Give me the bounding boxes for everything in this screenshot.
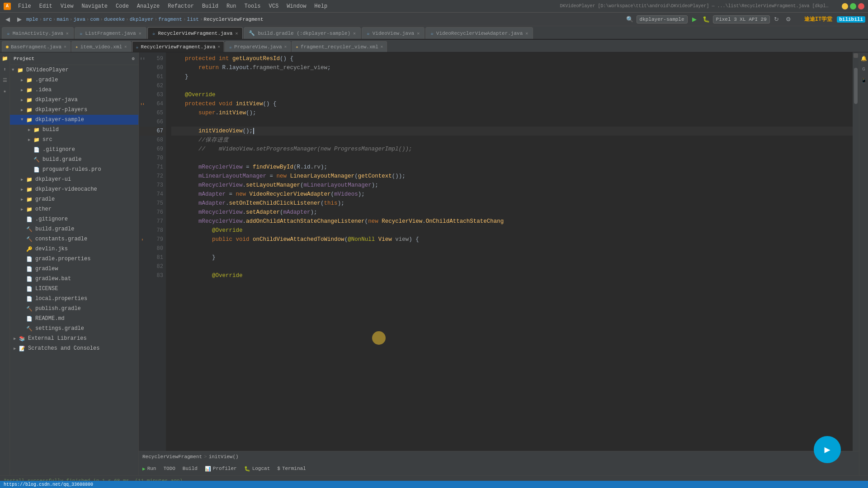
breadcrumb-fragment[interactable]: fragment — [158, 17, 182, 22]
tree-item-readme[interactable]: 📄 README.md — [10, 314, 138, 324]
profiler-button[interactable]: 📊 Profiler — [205, 466, 237, 472]
breadcrumb-main[interactable]: main — [57, 17, 68, 22]
minimize-button[interactable] — [842, 3, 848, 9]
menu-navigate[interactable]: Navigate — [78, 2, 111, 10]
filetab-recyclerviewfragment[interactable]: ☕ RecyclerViewFragment.java ✕ — [132, 41, 224, 52]
notifications-icon[interactable]: 🔔 — [860, 54, 868, 62]
code-editor[interactable]: protected int getLayoutResId() { return … — [166, 52, 853, 451]
tree-item-dkplayer-sample[interactable]: ▼ 📁 dkplayer-sample — [10, 115, 138, 125]
menu-build[interactable]: Build — [198, 2, 222, 10]
tree-item-gradle-properties[interactable]: 📄 gradle.properties — [10, 254, 138, 264]
tree-item-dkplayer-java[interactable]: ▶ 📁 dkplayer-java — [10, 95, 138, 105]
menu-window[interactable]: Window — [283, 2, 310, 10]
menu-help[interactable]: Help — [311, 2, 331, 10]
tree-item-src[interactable]: ▶ 📁 src — [10, 135, 138, 145]
tree-item-buildgradle-sample[interactable]: 🔨 build.gradle — [10, 155, 138, 164]
filetab-prepareview[interactable]: ☕ PrepareView.java ✕ — [225, 41, 291, 52]
tab-mainactivity[interactable]: ☕ MainActivity.java ✕ — [2, 27, 74, 39]
breadcrumb-dueeeke[interactable]: dueeeke — [104, 17, 125, 22]
tab-close-listfragment[interactable]: ✕ — [139, 31, 142, 36]
menu-file[interactable]: File — [14, 2, 35, 10]
tree-item-constants[interactable]: 🔨 constants.gradle — [10, 234, 138, 244]
todo-button[interactable]: TODO — [163, 466, 175, 471]
tree-item-gitignore-root[interactable]: 📄 .gitignore — [10, 214, 138, 224]
maximize-button[interactable] — [850, 3, 856, 9]
menu-code[interactable]: Code — [112, 2, 132, 10]
build-config-selector[interactable]: dkplayer-sample — [637, 15, 688, 23]
tree-item-gitignore-sample[interactable]: 📄 .gitignore — [10, 145, 138, 155]
menu-refactor[interactable]: Refactor — [164, 2, 198, 10]
tree-item-external-libraries[interactable]: ▶ 📚 External Libraries — [10, 333, 138, 343]
tree-item-gradlew[interactable]: 📄 gradlew — [10, 264, 138, 274]
tree-item-publish-gradle[interactable]: 🔨 publish.gradle — [10, 304, 138, 314]
tab-close-mainactivity[interactable]: ✕ — [66, 31, 69, 36]
tree-item-other[interactable]: ▶ 📁 other — [10, 204, 138, 214]
editor-scrollbar[interactable] — [853, 52, 859, 451]
breadcrumb-mple[interactable]: mple — [26, 17, 38, 22]
commit-icon[interactable]: ⬆ — [1, 65, 9, 73]
tab-listfragment[interactable]: ☕ ListFragment.java ✕ — [75, 27, 146, 39]
filetab-close-prepareview[interactable]: ✕ — [284, 44, 287, 49]
filetab-close-itemvideo[interactable]: ✕ — [124, 44, 127, 49]
debug-button[interactable]: 🐛 — [701, 14, 711, 24]
device-selector[interactable]: Pixel 3 XL API 29 — [713, 15, 770, 23]
sync-button[interactable]: ↻ — [772, 14, 782, 24]
filetab-fragmentxml[interactable]: ✦ fragment_recycler_view.xml ✕ — [292, 41, 387, 52]
filetab-basefragment[interactable]: BaseFragment.java ✕ — [2, 41, 71, 52]
terminal-button[interactable]: $ Terminal — [277, 466, 306, 471]
tree-item-dkplayer-ui[interactable]: ▶ 📁 dkplayer-ui — [10, 174, 138, 184]
settings-button[interactable]: ⚙ — [783, 14, 793, 24]
search-everywhere-button[interactable]: 🔍 — [625, 14, 635, 24]
filetab-close-basefragment[interactable]: ✕ — [64, 44, 66, 49]
menu-tools[interactable]: Tools — [241, 2, 264, 10]
run-button[interactable]: ▶ Run — [142, 466, 156, 472]
tree-item-local-properties[interactable]: 📄 local.properties — [10, 294, 138, 304]
scrollbar-thumb[interactable] — [854, 68, 858, 104]
filetab-itemvideo[interactable]: ✦ item_video.xml ✕ — [71, 41, 131, 52]
favorites-icon[interactable]: ★ — [1, 87, 9, 95]
tree-item-license[interactable]: 📄 LICENSE — [10, 284, 138, 294]
tree-item-proguard[interactable]: 📄 proguard-rules.pro — [10, 164, 138, 174]
back-button[interactable]: ◀ — [3, 14, 13, 24]
filetab-close-recyclerviewfragment[interactable]: ✕ — [218, 44, 220, 49]
filetab-close-fragmentxml[interactable]: ✕ — [381, 44, 383, 49]
tab-close-videoview[interactable]: ✕ — [417, 31, 420, 36]
tree-item-gradle-folder[interactable]: ▶ 📁 gradle — [10, 194, 138, 204]
tree-item-devlin[interactable]: 🔑 devlin.jks — [10, 244, 138, 254]
tab-buildgradle[interactable]: 🔧 build.gradle (:dkplayer-sample) ✕ — [244, 27, 361, 39]
forward-button[interactable]: ▶ — [14, 14, 24, 24]
close-button[interactable] — [858, 3, 864, 9]
logcat-button[interactable]: 🐛 Logcat — [244, 466, 270, 472]
menu-vcs[interactable]: VCS — [265, 2, 283, 10]
floating-video-button[interactable]: ▶ — [814, 436, 841, 463]
tree-item-dkplayer-videocache[interactable]: ▶ 📁 dkplayer-videocache — [10, 184, 138, 194]
code-breadcrumb-method[interactable]: initView() — [209, 454, 239, 460]
breadcrumb-list[interactable]: list — [187, 17, 199, 22]
gradle-panel-icon[interactable]: G — [860, 65, 868, 73]
tree-item-gradle-dir[interactable]: ▶ 📁 .gradle — [10, 75, 138, 85]
menu-analyze[interactable]: Analyze — [133, 2, 163, 10]
breadcrumb-dkplayer[interactable]: dkplayer — [130, 17, 154, 22]
breadcrumb-src[interactable]: src — [43, 17, 52, 22]
tab-close-buildgradle[interactable]: ✕ — [353, 31, 356, 36]
breadcrumb-java[interactable]: java — [73, 17, 85, 22]
menu-edit[interactable]: Edit — [36, 2, 56, 10]
tree-item-idea[interactable]: ▶ 📁 .idea — [10, 85, 138, 95]
tab-close-recyclerviewfragment[interactable]: ✕ — [235, 31, 238, 36]
project-icon[interactable]: 📁 — [1, 54, 9, 62]
device-manager-icon[interactable]: 📱 — [860, 76, 868, 84]
tab-recyclerviewfragment[interactable]: ☕ RecyclerViewFragment.java ✕ — [147, 27, 243, 39]
breadcrumb-com[interactable]: com — [90, 17, 99, 22]
tab-close-videorecycler[interactable]: ✕ — [525, 31, 528, 36]
tree-item-dkplayer-players[interactable]: ▶ 📁 dkplayer-players — [10, 105, 138, 115]
menu-view[interactable]: View — [57, 2, 77, 10]
menu-run[interactable]: Run — [223, 2, 240, 10]
tree-item-scratches[interactable]: ▶ 📝 Scratches and Consoles — [10, 343, 138, 353]
tree-item-dkplayer-root[interactable]: ▼ 📁 DKVideoPlayer — [10, 65, 138, 75]
tree-item-build[interactable]: ▶ 📁 build — [10, 125, 138, 135]
tree-item-buildgradle-root[interactable]: 🔨 build.gradle — [10, 224, 138, 234]
tab-videorecycler[interactable]: ☕ VideoRecyclerViewAdapter.java ✕ — [425, 27, 533, 39]
code-breadcrumb-class[interactable]: RecyclerViewFragment — [142, 454, 202, 460]
tree-item-gradlew-bat[interactable]: 📄 gradlew.bat — [10, 274, 138, 284]
tree-item-settings-gradle[interactable]: 🔨 settings.gradle — [10, 324, 138, 333]
